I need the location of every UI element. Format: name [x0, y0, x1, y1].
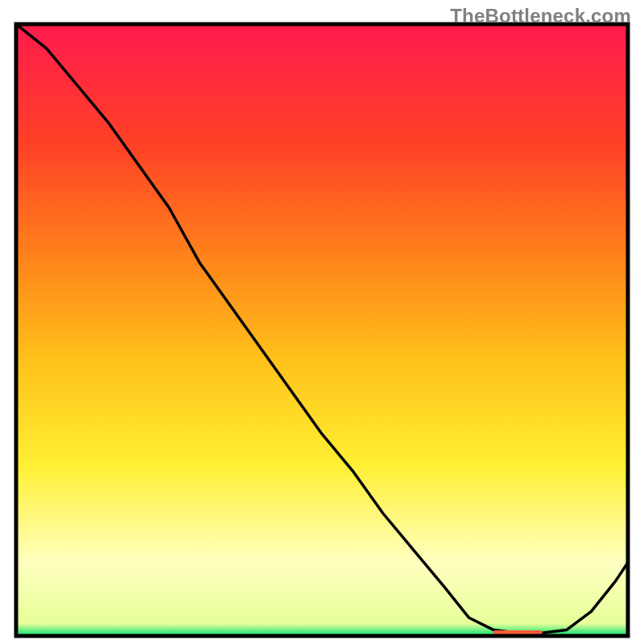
optimal-marker — [493, 630, 543, 634]
plot-background — [16, 24, 628, 636]
bottleneck-chart — [0, 0, 644, 644]
watermark-text: TheBottleneck.com — [450, 5, 631, 27]
chart-stage: TheBottleneck.com — [0, 0, 644, 644]
